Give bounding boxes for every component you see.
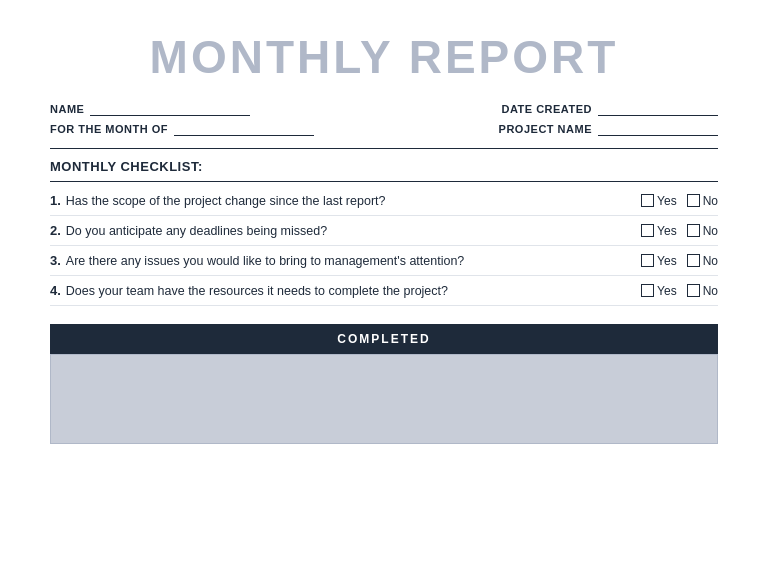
item-1-label: Has the scope of the project change sinc… [66, 194, 386, 208]
project-name-field-group: PROJECT NAME [499, 122, 718, 136]
project-name-input[interactable] [598, 122, 718, 136]
report-title: MONTHLY REPORT [50, 30, 718, 84]
item-4-no-group: No [687, 284, 718, 298]
item-1-yes-group: Yes [641, 194, 677, 208]
item-2-yes-label: Yes [657, 224, 677, 238]
name-label: NAME [50, 103, 84, 115]
item-4-number: 4. [50, 283, 61, 298]
name-input[interactable] [90, 102, 250, 116]
checklist-item-4-text: 4. Does your team have the resources it … [50, 283, 448, 298]
item-3-yes-checkbox[interactable] [641, 254, 654, 267]
checklist-item-1-text: 1. Has the scope of the project change s… [50, 193, 385, 208]
checklist-title: MONTHLY CHECKLIST: [50, 159, 203, 174]
completed-body[interactable] [50, 354, 718, 444]
checklist-item-2-text: 2. Do you anticipate any deadlines being… [50, 223, 327, 238]
item-3-yes-label: Yes [657, 254, 677, 268]
item-4-no-checkbox[interactable] [687, 284, 700, 297]
item-1-no-checkbox[interactable] [687, 194, 700, 207]
item-2-no-group: No [687, 224, 718, 238]
item-1-number: 1. [50, 193, 61, 208]
item-2-yes-no: Yes No [641, 224, 718, 238]
item-1-no-label: No [703, 194, 718, 208]
item-2-yes-group: Yes [641, 224, 677, 238]
item-3-number: 3. [50, 253, 61, 268]
item-4-yes-no: Yes No [641, 284, 718, 298]
item-4-label: Does your team have the resources it nee… [66, 284, 448, 298]
fields-row-1: NAME DATE CREATED [50, 102, 718, 116]
item-1-yes-label: Yes [657, 194, 677, 208]
item-3-no-checkbox[interactable] [687, 254, 700, 267]
monthly-report-page: MONTHLY REPORT NAME DATE CREATED FOR THE… [10, 10, 758, 572]
item-4-yes-checkbox[interactable] [641, 284, 654, 297]
date-created-label: DATE CREATED [501, 103, 592, 115]
item-4-no-label: No [703, 284, 718, 298]
date-created-input[interactable] [598, 102, 718, 116]
checklist-item-3: 3. Are there any issues you would like t… [50, 246, 718, 276]
checklist-item-1: 1. Has the scope of the project change s… [50, 186, 718, 216]
checklist-items: 1. Has the scope of the project change s… [50, 186, 718, 306]
item-1-yes-no: Yes No [641, 194, 718, 208]
item-2-number: 2. [50, 223, 61, 238]
for-month-label: FOR THE MONTH OF [50, 123, 168, 135]
item-4-yes-group: Yes [641, 284, 677, 298]
item-2-no-label: No [703, 224, 718, 238]
item-2-label: Do you anticipate any deadlines being mi… [66, 224, 327, 238]
completed-header: COMPLETED [50, 324, 718, 354]
item-2-no-checkbox[interactable] [687, 224, 700, 237]
for-month-field-group: FOR THE MONTH OF [50, 122, 314, 136]
completed-section: COMPLETED [50, 324, 718, 444]
checklist-item-3-text: 3. Are there any issues you would like t… [50, 253, 464, 268]
item-3-label: Are there any issues you would like to b… [66, 254, 464, 268]
item-1-no-group: No [687, 194, 718, 208]
name-field-group: NAME [50, 102, 250, 116]
fields-row-2: FOR THE MONTH OF PROJECT NAME [50, 122, 718, 136]
checklist-item-2: 2. Do you anticipate any deadlines being… [50, 216, 718, 246]
checklist-header-row: MONTHLY CHECKLIST: [50, 148, 718, 182]
for-month-input[interactable] [174, 122, 314, 136]
item-3-no-group: No [687, 254, 718, 268]
item-3-no-label: No [703, 254, 718, 268]
date-created-field-group: DATE CREATED [501, 102, 718, 116]
item-2-yes-checkbox[interactable] [641, 224, 654, 237]
checklist-item-4: 4. Does your team have the resources it … [50, 276, 718, 306]
item-3-yes-no: Yes No [641, 254, 718, 268]
item-4-yes-label: Yes [657, 284, 677, 298]
item-3-yes-group: Yes [641, 254, 677, 268]
project-name-label: PROJECT NAME [499, 123, 592, 135]
item-1-yes-checkbox[interactable] [641, 194, 654, 207]
